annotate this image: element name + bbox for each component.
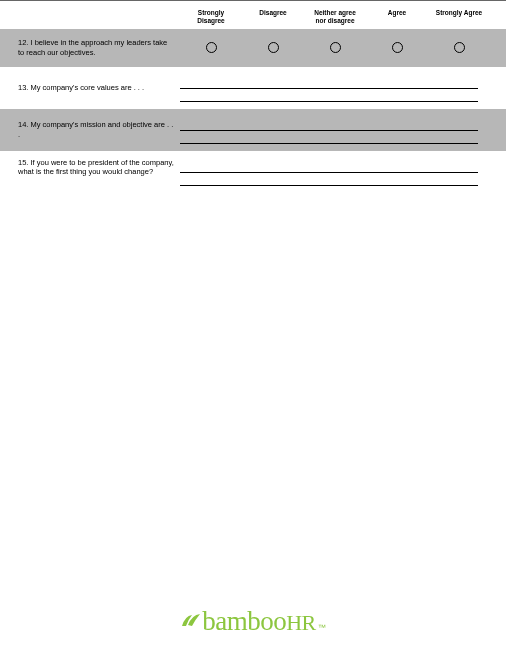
question-14-row: 14. My company's mission and objective a… bbox=[0, 109, 506, 151]
question-13-answer-lines[interactable] bbox=[180, 74, 506, 102]
q12-radio-neither[interactable] bbox=[330, 42, 341, 53]
logo-trademark: ™ bbox=[318, 623, 326, 632]
q12-radio-strongly-disagree[interactable] bbox=[206, 42, 217, 53]
question-14-text: 14. My company's mission and objective a… bbox=[18, 120, 174, 140]
scale-header: Strongly Disagree Disagree Neither agree… bbox=[0, 1, 506, 29]
question-15-text: 15. If you were to be president of the c… bbox=[18, 158, 174, 178]
question-15-row: 15. If you were to be president of the c… bbox=[0, 151, 506, 193]
bamboohr-logo: bambooHR™ bbox=[180, 606, 326, 637]
scale-label-neither: Neither agree nor disagree bbox=[310, 9, 360, 25]
question-12-row: 12. I believe in the approach my leaders… bbox=[0, 29, 506, 67]
footer: bambooHR™ bbox=[0, 606, 506, 637]
q12-radio-agree[interactable] bbox=[392, 42, 403, 53]
question-14-answer-lines[interactable] bbox=[180, 116, 506, 144]
scale-label-agree: Agree bbox=[372, 9, 422, 25]
scale-label-disagree: Disagree bbox=[248, 9, 298, 25]
question-12-radios bbox=[180, 42, 506, 53]
q12-radio-disagree[interactable] bbox=[268, 42, 279, 53]
question-12-text: 12. I believe in the approach my leaders… bbox=[18, 38, 174, 58]
q12-radio-strongly-agree[interactable] bbox=[454, 42, 465, 53]
leaf-icon bbox=[180, 612, 202, 632]
logo-text: bambooHR bbox=[202, 606, 316, 637]
question-13-row: 13. My company's core values are . . . bbox=[0, 67, 506, 109]
scale-label-strongly-agree: Strongly Agree bbox=[434, 9, 484, 25]
question-15-answer-lines[interactable] bbox=[180, 158, 506, 186]
question-13-text: 13. My company's core values are . . . bbox=[18, 83, 174, 93]
scale-label-strongly-disagree: Strongly Disagree bbox=[186, 9, 236, 25]
